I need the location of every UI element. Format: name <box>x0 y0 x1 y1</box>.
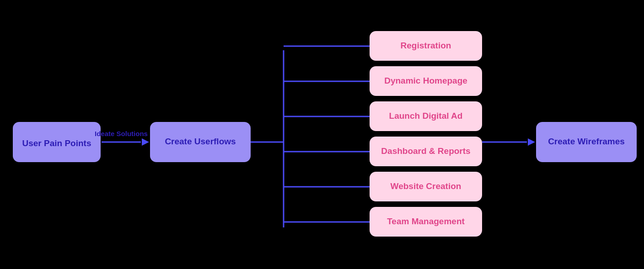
diagram-container: User Pain Points Ideate Solutions Create… <box>0 0 644 269</box>
create-wireframes-label: Create Wireframes <box>548 137 625 146</box>
ideate-solutions-label: Ideate Solutions <box>95 130 148 137</box>
arrow-wireframes-head <box>528 138 535 146</box>
launch-digital-ad-label: Launch Digital Ad <box>389 111 463 121</box>
user-pain-points-label: User Pain Points <box>22 138 91 148</box>
website-creation-label: Website Creation <box>391 181 462 191</box>
dynamic-homepage-label: Dynamic Homepage <box>384 76 467 85</box>
arrow-ideate-head <box>142 138 149 146</box>
team-management-label: Team Management <box>387 216 465 226</box>
create-userflows-label: Create Userflows <box>165 137 236 146</box>
registration-label: Registration <box>401 41 451 50</box>
diagram-svg: User Pain Points Ideate Solutions Create… <box>0 0 644 269</box>
dashboard-reports-label: Dashboard & Reports <box>381 146 470 156</box>
